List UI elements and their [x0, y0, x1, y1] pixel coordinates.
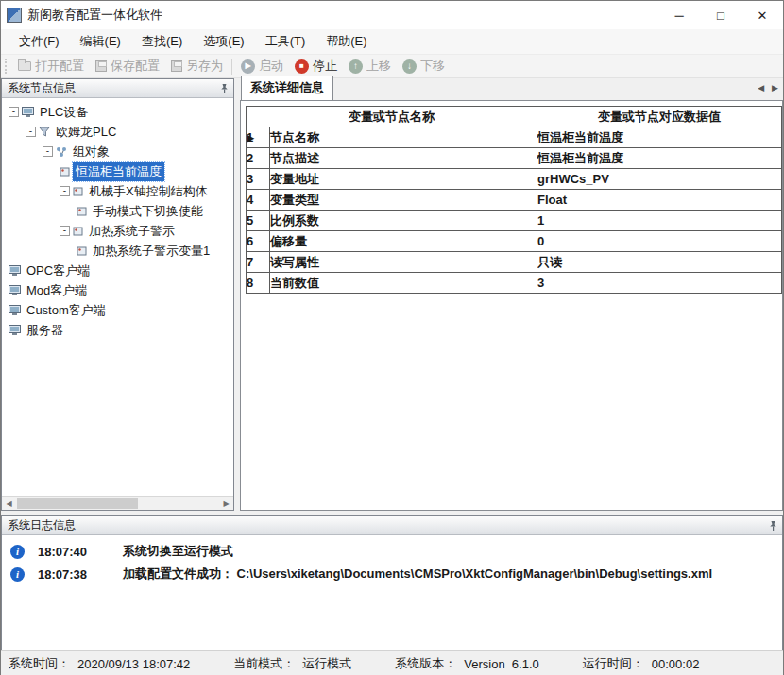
horizontal-scrollbar[interactable]: ◀ ▶ [2, 496, 233, 510]
window-title: 新阁教育配置一体化软件 [27, 7, 162, 24]
save-config-button[interactable]: 保存配置 [90, 55, 165, 77]
cell-name: 节点描述 [270, 148, 537, 169]
cell-value: 恒温柜当前温度 [537, 148, 782, 169]
tab-nav: ◀ ▶ [758, 83, 778, 93]
table-row[interactable]: 7 读写属性 只读 [247, 252, 782, 273]
scrollbar-thumb[interactable] [17, 498, 138, 509]
table-header-row: 变量或节点名称 变量或节点对应数据值 [247, 107, 782, 127]
menu-file[interactable]: 文件(F) [9, 29, 70, 54]
menu-edit[interactable]: 编辑(E) [70, 29, 131, 54]
table-row[interactable]: 5 比例系数 1 [247, 211, 782, 231]
tree-item-server[interactable]: 服务器 [2, 320, 233, 340]
collapse-icon[interactable]: - [60, 186, 70, 196]
table-row[interactable]: 8 当前数值 3 [247, 273, 782, 294]
cell-name: 当前数值 [270, 273, 537, 294]
info-icon: i [10, 545, 25, 559]
cell-name: 节点名称 [270, 127, 537, 148]
tree-item-label: 服务器 [24, 321, 66, 340]
close-icon[interactable]: ✕ [741, 1, 783, 29]
tree-item-heating-warning-var1[interactable]: 加热系统子警示变量1 [2, 241, 233, 261]
cell-value: 恒温柜当前温度 [537, 127, 782, 148]
stop-button[interactable]: ■ 停止 [289, 55, 343, 77]
cell-value: 1 [537, 211, 782, 231]
tree-item-robot-x-axis-struct[interactable]: - 机械手X轴控制结构体 [2, 181, 233, 201]
tree-item-plc-device[interactable]: - PLC设备 [2, 102, 233, 122]
move-up-icon: ↑ [349, 59, 363, 74]
cell-name: 变量地址 [270, 169, 537, 190]
table-row[interactable]: 6 偏移量 0 [247, 231, 782, 252]
status-mode-value: 运行模式 [302, 655, 351, 672]
collapse-icon[interactable]: - [9, 107, 19, 117]
menu-find[interactable]: 查找(E) [131, 29, 193, 54]
toolbar-grip [5, 59, 9, 74]
log-panel-header: 系统日志信息 [2, 516, 782, 535]
tree-item-heating-warning[interactable]: - 加热系统子警示 [2, 221, 233, 241]
table-row[interactable]: 2 节点描述 恒温柜当前温度 [247, 148, 782, 169]
collapse-icon[interactable]: - [60, 226, 70, 236]
cell-name: 变量类型 [270, 190, 537, 211]
minimize-icon[interactable]: ─ [658, 1, 700, 29]
tab-system-detail[interactable]: 系统详细信息 [241, 76, 333, 100]
tree-item-omron-plc[interactable]: - 欧姆龙PLC [2, 122, 233, 142]
scroll-right-icon[interactable]: ▶ [219, 499, 233, 508]
tree-item-label: 手动模式下切换使能 [90, 202, 206, 221]
status-uptime-label: 运行时间： [583, 655, 644, 672]
column-header-value[interactable]: 变量或节点对应数据值 [537, 107, 782, 127]
pin-icon[interactable] [219, 83, 230, 94]
log-panel-title: 系统日志信息 [8, 517, 76, 533]
title-bar: 新阁教育配置一体化软件 ─ □ ✕ [1, 1, 783, 29]
tab-prev-icon[interactable]: ◀ [758, 83, 764, 93]
tree-item-mod-client[interactable]: Mod客户端 [2, 280, 233, 300]
pin-icon[interactable] [768, 520, 778, 532]
tree-item-group-object[interactable]: - 组对象 [2, 142, 233, 161]
menu-options[interactable]: 选项(E) [193, 29, 254, 54]
window-controls: ─ □ ✕ [658, 1, 783, 29]
menu-help[interactable]: 帮助(E) [315, 29, 377, 54]
start-button[interactable]: ▶ 启动 [235, 55, 289, 77]
cell-value: 0 [537, 231, 782, 252]
tab-next-icon[interactable]: ▶ [772, 83, 778, 93]
scroll-left-icon[interactable]: ◀ [2, 499, 16, 508]
tree-item-thermostat-temp[interactable]: 恒温柜当前温度 [2, 161, 233, 181]
cell-value: grHWCs_PV [537, 169, 782, 190]
tool-bar: 打开配置 保存配置 另存为 ▶ 启动 ■ 停止 ↑ 上移 ↓ 下移 [1, 55, 783, 78]
stop-icon: ■ [295, 59, 309, 74]
table-row[interactable]: ▶1 节点名称 恒温柜当前温度 [247, 127, 782, 148]
variable-icon [60, 166, 70, 177]
start-icon: ▶ [241, 59, 255, 74]
collapse-icon[interactable]: - [43, 146, 53, 157]
move-up-button[interactable]: ↑ 上移 [343, 55, 397, 77]
row-header: 7 [247, 252, 270, 273]
node-tree-panel: 系统节点信息 - PLC设备 - 欧姆龙PLC - [1, 78, 234, 511]
detail-panel: 系统详细信息 ◀ ▶ 变量或节点名称 变量或节点对应数据值 [240, 78, 783, 511]
row-header: 5 [247, 211, 270, 231]
table-row[interactable]: 3 变量地址 grHWCs_PV [247, 169, 782, 190]
node-panel-header: 系统节点信息 [2, 79, 233, 98]
menu-tools[interactable]: 工具(T) [255, 29, 316, 54]
column-header-name[interactable]: 变量或节点名称 [247, 107, 537, 127]
struct-icon [73, 226, 83, 236]
computer-icon [9, 305, 21, 316]
filter-icon [39, 127, 50, 137]
tree-item-label: 加热系统子警示 [86, 222, 178, 241]
log-time: 18:07:38 [38, 567, 100, 582]
maximize-icon[interactable]: □ [700, 1, 741, 29]
move-down-button[interactable]: ↓ 下移 [397, 55, 451, 77]
detail-table: 变量或节点名称 变量或节点对应数据值 ▶1 节点名称 恒温柜当前温度 2 节点描… [246, 106, 782, 294]
row-header: 2 [247, 148, 270, 169]
tree-item-custom-client[interactable]: Custom客户端 [2, 300, 233, 320]
status-mode-label: 当前模式： [233, 655, 295, 672]
toolbar-separator [231, 59, 232, 75]
tree-item-label: Custom客户端 [24, 301, 109, 320]
tree-item-opc-client[interactable]: OPC客户端 [2, 261, 233, 280]
tree-item-label: 欧姆龙PLC [53, 123, 119, 142]
info-icon: i [10, 567, 25, 582]
table-row[interactable]: 4 变量类型 Float [247, 190, 782, 211]
tree-item-manual-mode-enable[interactable]: 手动模式下切换使能 [2, 201, 233, 221]
tree-item-label: 组对象 [70, 143, 112, 161]
open-config-button[interactable]: 打开配置 [12, 55, 90, 77]
cell-name: 偏移量 [270, 231, 537, 252]
collapse-icon[interactable]: - [26, 127, 36, 137]
save-as-button[interactable]: 另存为 [165, 55, 229, 77]
system-node-tree: - PLC设备 - 欧姆龙PLC - 组对象 恒温柜当前温度 [2, 98, 233, 496]
